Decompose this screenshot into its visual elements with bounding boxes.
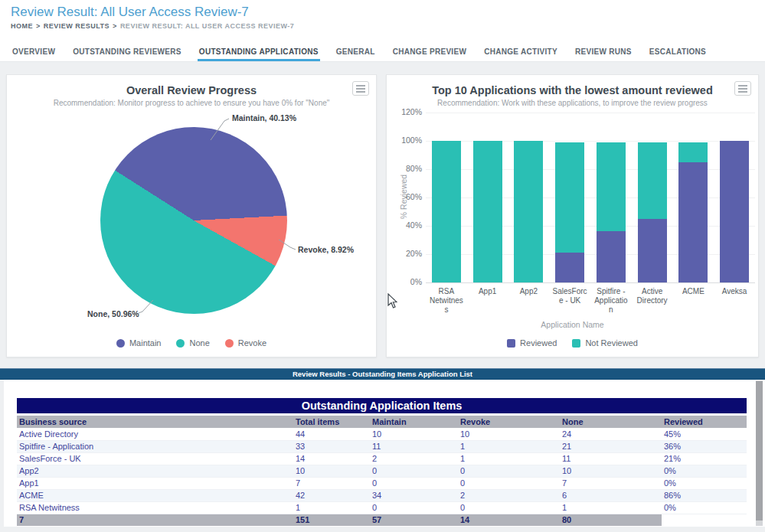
menu-bar — [738, 91, 747, 93]
vertical-scrollbar[interactable] — [756, 380, 763, 526]
menu-bar — [738, 85, 747, 86]
pie-chart-subtitle: Recommendation: Monitor progress to achi… — [7, 99, 376, 107]
cell-maintain: 0 — [370, 477, 458, 489]
cell-revoke: 0 — [458, 465, 560, 477]
bar-legend: ReviewedNot Reviewed — [387, 338, 758, 348]
column-header-revoke: Revoke — [458, 416, 560, 428]
breadcrumb: HOME>REVIEW RESULTS>REVIEW RESULT: ALL U… — [11, 22, 294, 30]
bar-not-reviewed-salesforce-uk[interactable] — [555, 142, 584, 253]
cell-total-items: 14 — [293, 452, 370, 465]
breadcrumb-review-results[interactable]: REVIEW RESULTS — [44, 22, 110, 30]
legend-item-not-reviewed[interactable]: Not Reviewed — [572, 338, 637, 348]
legend-swatch-reviewed — [507, 339, 515, 348]
x-tick-label-rsa-netwitness: RSA Netwitnes s — [425, 287, 468, 315]
legend-swatch-none — [176, 339, 185, 348]
column-header-business-source: Business source — [17, 416, 293, 428]
bar-not-reviewed-rsa-netwitness[interactable] — [432, 141, 461, 282]
tab-outstanding-reviewers[interactable]: OUTSTANDING REVIEWERS — [71, 41, 183, 61]
x-tick-label-app1: App1 — [466, 287, 509, 296]
bar-not-reviewed-active-directory[interactable] — [638, 142, 667, 219]
cell-reviewed: 21% — [662, 452, 747, 465]
y-tick-label: 60% — [387, 192, 422, 201]
table-body: Active Directory4410102445%Spitfire - Ap… — [17, 428, 747, 526]
x-tick-label-app2: App2 — [507, 287, 550, 296]
hamburger-menu-icon[interactable] — [734, 81, 751, 96]
cell-business-source: SalesForce - UK — [17, 452, 293, 465]
cell-revoke: 2 — [458, 489, 560, 501]
cell-reviewed: 0% — [662, 465, 747, 477]
table-row-app1: App170070% — [17, 477, 747, 489]
scrollbar-thumb[interactable] — [756, 381, 763, 521]
x-axis-name: Application Name — [387, 320, 758, 329]
table-row-active-directory: Active Directory4410102445% — [17, 428, 747, 440]
tab-review-runs[interactable]: REVIEW RUNS — [574, 41, 633, 61]
cell-total-items: 44 — [293, 428, 370, 440]
tab-change-activity[interactable]: CHANGE ACTIVITY — [482, 41, 559, 61]
cell-total-items: 42 — [293, 489, 370, 501]
table-row-spitfire-application: Spitfire - Application331112136% — [17, 440, 747, 452]
mouse-cursor-icon — [387, 293, 397, 308]
top-applications-panel: Top 10 Applications with the lowest amou… — [386, 74, 759, 357]
breadcrumb-home[interactable]: HOME — [11, 22, 33, 30]
cell-total-items: 1 — [293, 501, 370, 514]
legend-item-maintain[interactable]: Maintain — [116, 338, 162, 348]
pie-legend: MaintainNoneRevoke — [7, 338, 376, 348]
gridline — [426, 113, 755, 113]
y-tick-label: 80% — [387, 164, 422, 173]
cell-revoke: 10 — [458, 428, 560, 440]
bar-reviewed-salesforce-uk[interactable] — [555, 253, 584, 282]
overall-review-progress-panel: Overall Review Progress Recommendation: … — [6, 74, 377, 357]
bar-reviewed-acme[interactable] — [678, 162, 708, 282]
legend-item-revoke[interactable]: Revoke — [225, 338, 266, 348]
bar-not-reviewed-app2[interactable] — [514, 141, 543, 282]
tab-change-preview[interactable]: CHANGE PREVIEW — [391, 41, 468, 61]
legend-swatch-not-reviewed — [572, 339, 580, 348]
menu-bar — [356, 85, 365, 86]
pie-chart-title: Overall Review Progress — [7, 84, 376, 96]
table-header-row: Business sourceTotal itemsMaintainRevoke… — [17, 416, 747, 428]
legend-swatch-revoke — [225, 339, 234, 348]
pie-label-maintain: Maintain, 40.13% — [232, 113, 296, 122]
column-header-total-items: Total items — [293, 416, 370, 428]
cell-maintain: 11 — [370, 440, 458, 452]
menu-bar — [356, 88, 365, 90]
hamburger-menu-icon[interactable] — [352, 81, 369, 96]
cell-reviewed: 86% — [662, 489, 747, 501]
y-tick-label: 100% — [387, 135, 422, 145]
y-tick-label: 20% — [387, 249, 422, 258]
legend-item-none[interactable]: None — [176, 338, 209, 348]
tab-outstanding-applications[interactable]: OUTSTANDING APPLICATIONS — [198, 41, 320, 61]
page-title: Review Result: All User Access Review-7 — [11, 5, 249, 20]
x-tick-label-acme: ACME — [672, 287, 714, 296]
legend-label: None — [189, 338, 209, 348]
table-row-acme: ACME42342686% — [17, 489, 747, 501]
tab-escalations[interactable]: ESCALATIONS — [648, 41, 708, 61]
review-progress-pie[interactable] — [100, 127, 287, 314]
menu-bar — [356, 91, 365, 93]
cell-business-source: App1 — [17, 477, 293, 489]
tab-general[interactable]: GENERAL — [335, 41, 377, 61]
x-tick-label-salesforce-uk: SalesForc e - UK — [548, 287, 591, 305]
cell-none: 7 — [560, 477, 662, 489]
cell-reviewed: 0% — [662, 501, 747, 514]
bar-chart-title: Top 10 Applications with the lowest amou… — [387, 84, 758, 96]
bar-reviewed-spitfire-application[interactable] — [597, 231, 626, 282]
tab-overview[interactable]: OVERVIEW — [11, 41, 57, 61]
bar-reviewed-active-directory[interactable] — [638, 219, 667, 282]
table-row-salesforce-uk: SalesForce - UK14211121% — [17, 452, 747, 465]
tab-bar: OVERVIEWOUTSTANDING REVIEWERSOUTSTANDING… — [0, 41, 765, 62]
cell-total-items: 7 — [293, 477, 370, 489]
cell-maintain: 10 — [370, 428, 458, 440]
legend-swatch-maintain — [116, 339, 125, 348]
bar-not-reviewed-acme[interactable] — [678, 142, 708, 162]
cell-maintain: 34 — [370, 489, 458, 501]
bar-not-reviewed-spitfire-application[interactable] — [597, 142, 626, 232]
bar-reviewed-aveksa[interactable] — [720, 141, 749, 282]
breadcrumb-current: REVIEW RESULT: ALL USER ACCESS REVIEW-7 — [120, 22, 294, 30]
dashboard-content: Overall Review Progress Recommendation: … — [0, 62, 765, 368]
cell-revoke: 0 — [458, 477, 560, 489]
cell-total-items: 10 — [293, 465, 370, 477]
legend-label: Reviewed — [520, 338, 557, 348]
legend-item-reviewed[interactable]: Reviewed — [507, 338, 557, 348]
bar-not-reviewed-app1[interactable] — [473, 141, 502, 282]
